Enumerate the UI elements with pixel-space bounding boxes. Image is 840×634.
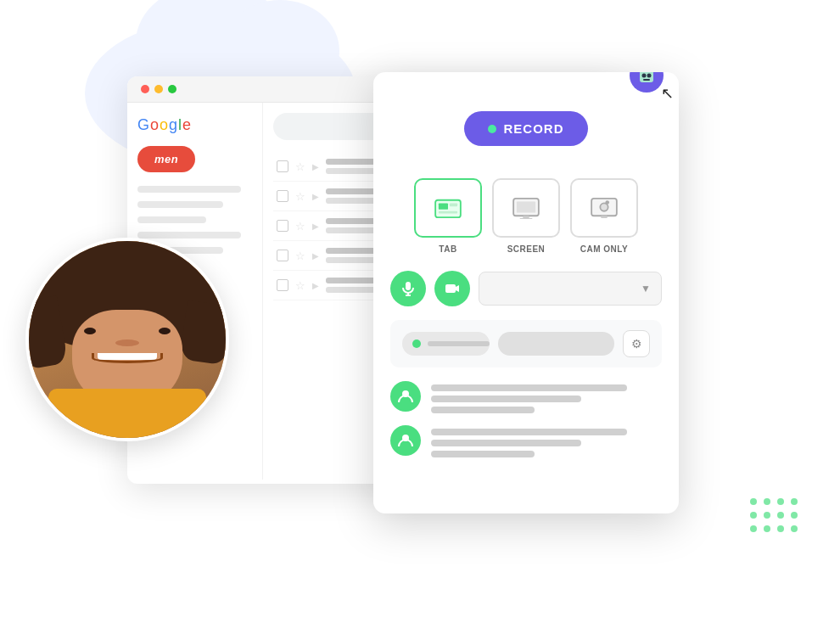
dot — [764, 525, 770, 532]
svg-rect-13 — [517, 202, 535, 213]
av-select[interactable]: ▼ — [479, 272, 662, 306]
svg-rect-19 — [406, 282, 411, 290]
email-reply-icon: ▶ — [312, 251, 319, 261]
svg-rect-22 — [445, 284, 456, 293]
loom-popup: ↖ RECORD TAB — [373, 72, 679, 513]
google-l: l — [178, 116, 182, 134]
mode-cam-label: CAM ONLY — [580, 244, 628, 254]
google-o2: o — [160, 116, 168, 134]
svg-point-2 — [647, 74, 652, 78]
mic-icon — [400, 281, 416, 296]
mode-screen[interactable]: SCREEN — [492, 178, 560, 254]
email-reply-icon: ▶ — [312, 281, 319, 290]
email-checkbox[interactable] — [277, 160, 288, 172]
avatar-eye-right — [159, 328, 171, 334]
chevron-down-icon: ▼ — [641, 283, 651, 295]
dot — [777, 512, 784, 519]
svg-rect-12 — [520, 218, 533, 219]
svg-rect-15 — [601, 216, 607, 218]
settings-button[interactable]: ⚙ — [623, 330, 650, 357]
avatar-eye-left — [84, 328, 96, 334]
loom-robot-icon — [630, 72, 664, 93]
google-o1: o — [150, 116, 159, 134]
svg-marker-23 — [456, 285, 459, 292]
google-g: G — [137, 116, 149, 134]
email-checkbox[interactable] — [277, 250, 288, 261]
svg-rect-7 — [439, 203, 448, 209]
mic-button[interactable] — [390, 271, 426, 306]
dot — [750, 525, 757, 532]
mode-tab-label: TAB — [439, 244, 456, 254]
mode-screen-label: SCREEN — [507, 244, 546, 254]
sidebar-line — [137, 232, 241, 238]
dot — [764, 512, 770, 519]
sidebar-line — [137, 201, 223, 208]
mode-tab[interactable]: TAB — [414, 178, 482, 254]
dot — [791, 498, 798, 505]
sidebar-line — [137, 216, 206, 223]
person-icon-1 — [397, 388, 414, 405]
screen-icon — [512, 197, 540, 219]
participant-detail-line — [431, 440, 581, 446]
avatar — [25, 238, 229, 441]
svg-rect-3 — [643, 79, 650, 81]
email-star-icon[interactable]: ☆ — [295, 190, 305, 203]
gear-icon: ⚙ — [631, 337, 642, 351]
svg-rect-8 — [439, 211, 457, 214]
participant-avatar-1 — [390, 381, 421, 412]
email-star-icon[interactable]: ☆ — [295, 279, 305, 292]
mode-options: TAB SCREEN — [390, 178, 662, 254]
participant-avatar-2 — [390, 425, 421, 456]
loom-icon-area: ↖ — [630, 72, 667, 96]
svg-rect-9 — [450, 203, 457, 206]
avatar-face — [29, 241, 226, 438]
email-checkbox[interactable] — [277, 279, 288, 291]
email-reply-icon: ▶ — [312, 192, 319, 201]
tab-icon — [434, 197, 462, 219]
email-star-icon[interactable]: ☆ — [295, 250, 305, 262]
tab-pill[interactable] — [402, 332, 490, 356]
email-star-icon[interactable]: ☆ — [295, 160, 305, 173]
participant-info-2 — [431, 425, 662, 457]
mode-cam-box[interactable] — [570, 178, 638, 238]
dot — [777, 525, 784, 532]
dot — [791, 512, 798, 519]
participant-detail-line — [431, 396, 581, 402]
mode-cam[interactable]: CAM ONLY — [570, 178, 638, 254]
dot-grid — [750, 498, 798, 532]
dot — [750, 498, 757, 505]
cursor-icon: ↖ — [661, 84, 674, 103]
participant-detail-line2 — [431, 451, 535, 457]
avatar-eyes — [84, 328, 171, 334]
tab-title-line — [428, 341, 490, 346]
svg-point-1 — [642, 74, 647, 78]
url-bar[interactable] — [498, 332, 614, 356]
mode-screen-box[interactable] — [492, 178, 560, 238]
scene: Google men ☆ — [0, 0, 840, 634]
loom-robot-container: ↖ — [630, 72, 667, 96]
dot — [791, 525, 798, 532]
traffic-dot-red — [141, 85, 149, 93]
compose-button[interactable]: men — [137, 146, 195, 172]
google-g2: g — [169, 116, 177, 134]
email-checkbox[interactable] — [277, 190, 288, 202]
avatar-nose — [115, 339, 139, 346]
mode-tab-box[interactable] — [414, 178, 482, 238]
google-logo: Google — [137, 116, 252, 134]
email-reply-icon: ▶ — [312, 222, 319, 231]
cam-btn-icon — [445, 281, 460, 296]
cam-button[interactable] — [434, 271, 470, 306]
record-button-area: RECORD — [390, 103, 662, 163]
record-button[interactable]: RECORD — [464, 111, 587, 146]
sharing-bar: ⚙ — [390, 320, 662, 367]
dot — [750, 512, 757, 519]
person-icon-2 — [397, 432, 414, 449]
traffic-dot-yellow — [154, 85, 163, 93]
participant-name-line — [431, 429, 627, 435]
av-controls: ▼ — [390, 271, 662, 306]
email-star-icon[interactable]: ☆ — [295, 220, 305, 233]
email-checkbox[interactable] — [277, 220, 288, 232]
participant-row-2 — [390, 425, 662, 457]
participant-info-1 — [431, 381, 662, 413]
robot-svg — [636, 72, 657, 86]
